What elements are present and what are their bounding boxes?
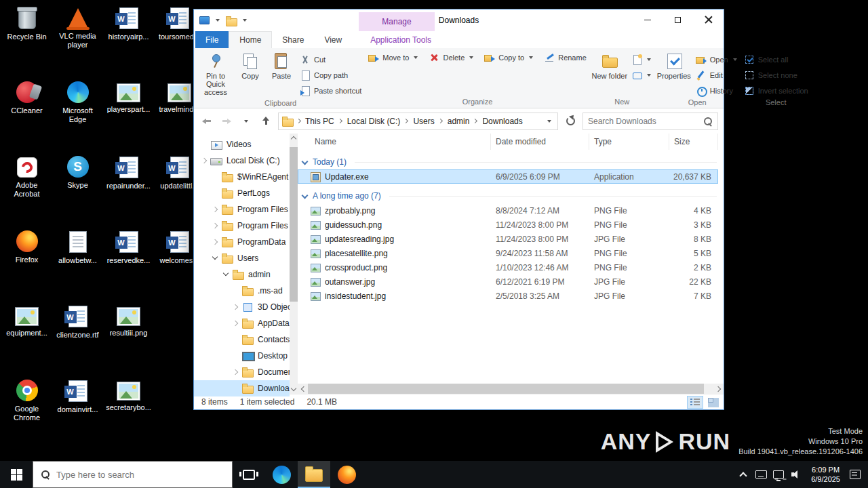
properties-button[interactable]: Properties	[655, 50, 693, 82]
column-header-size[interactable]: Size	[669, 134, 718, 150]
copy-path-button[interactable]: Copy path	[297, 68, 364, 82]
taskbar-search-input[interactable]	[56, 470, 224, 480]
desktop-icon[interactable]: reservedke...	[104, 230, 153, 305]
expander-icon[interactable]	[232, 352, 240, 360]
ribbon-tab[interactable]: Home	[229, 31, 272, 48]
file-row[interactable]: updatesreading.jpg 11/24/2023 8:00 PM JP…	[298, 232, 718, 246]
expander-icon[interactable]	[212, 238, 220, 246]
taskbar-edge-button[interactable]	[265, 461, 298, 488]
desktop-icon[interactable]: Google Chrome	[3, 380, 52, 454]
nav-item[interactable]: Program Files	[194, 218, 290, 234]
select-none-button[interactable]: Select none	[741, 68, 811, 82]
scroll-right-icon[interactable]	[713, 384, 724, 394]
nav-item[interactable]: Program Files	[194, 201, 290, 218]
scroll-thumb[interactable]	[290, 147, 298, 302]
address-bar[interactable]: This PC Local Disk (C:) Users admin Down…	[278, 113, 558, 130]
easy-access-button[interactable]	[629, 68, 654, 82]
file-row[interactable]: outanswer.jpg 6/12/2021 6:19 PM JPG File…	[298, 274, 718, 289]
refresh-button[interactable]	[563, 113, 578, 129]
breadcrumb-item[interactable]: Users	[412, 113, 446, 129]
scroll-down-icon[interactable]	[290, 384, 298, 394]
paste-button[interactable]: Paste	[266, 50, 297, 82]
desktop-icon[interactable]: Adobe Acrobat	[3, 156, 52, 230]
desktop-icon[interactable]: clientzone.rtf	[54, 305, 102, 380]
taskbar-explorer-button[interactable]	[298, 461, 330, 488]
cut-button[interactable]: Cut	[297, 52, 364, 66]
forward-button[interactable]	[219, 113, 234, 129]
nav-item[interactable]: Users	[194, 250, 290, 266]
large-icons-view-button[interactable]	[705, 396, 721, 409]
details-view-button[interactable]	[687, 396, 703, 409]
desktop-icon[interactable]: resultiii.png	[104, 305, 153, 380]
group-header[interactable]: A long time ago (7)	[298, 188, 724, 203]
close-button[interactable]	[693, 9, 724, 30]
pin-to-quick-access-button[interactable]: Pin to Quick access	[197, 50, 235, 98]
chevron-down-icon[interactable]	[216, 19, 220, 22]
move-to-button[interactable]: Move to	[366, 50, 420, 64]
delete-button[interactable]: Delete	[426, 50, 476, 64]
nav-item[interactable]: .ms-ad	[194, 283, 290, 299]
expander-icon[interactable]	[222, 270, 231, 279]
breadcrumb-item[interactable]: admin	[447, 113, 482, 129]
taskbar-clock[interactable]: 6:09 PM 6/9/2025	[805, 465, 846, 484]
column-header-date[interactable]: Date modified	[491, 134, 589, 150]
expander-icon[interactable]	[212, 222, 220, 230]
nav-item[interactable]: admin	[194, 266, 290, 283]
scroll-thumb[interactable]	[308, 384, 704, 394]
expander-icon[interactable]	[232, 303, 240, 311]
desktop-icon[interactable]: Microsoft Edge	[54, 81, 102, 156]
nav-item[interactable]: ProgramData	[194, 234, 290, 250]
file-row[interactable]: guidessuch.png 11/24/2023 8:00 PM PNG Fi…	[298, 218, 718, 232]
ribbon-tab[interactable]: Share	[272, 31, 314, 48]
file-row[interactable]: placesatellite.png 9/24/2023 11:58 AM PN…	[298, 246, 718, 260]
edit-button[interactable]: Edit	[693, 68, 740, 82]
column-header-type[interactable]: Type	[589, 134, 669, 150]
nav-item[interactable]: Local Disk (C:)	[194, 152, 290, 169]
start-button[interactable]	[0, 461, 33, 488]
volume-button[interactable]	[787, 461, 805, 488]
rename-button[interactable]: Rename	[541, 50, 589, 64]
nav-item[interactable]: Videos	[194, 136, 290, 152]
desktop-icon[interactable]: CCleaner	[3, 81, 52, 156]
network-button[interactable]	[770, 461, 787, 488]
chevron-down-icon[interactable]	[301, 192, 309, 200]
minimize-button[interactable]	[632, 9, 663, 30]
maximize-button[interactable]	[663, 9, 693, 30]
desktop-icon[interactable]: repairunder...	[104, 156, 153, 230]
desktop-icon[interactable]: domainvirt...	[54, 380, 102, 454]
nav-item[interactable]: AppData	[194, 315, 290, 331]
paste-shortcut-button[interactable]: Paste shortcut	[297, 83, 364, 98]
breadcrumb-item[interactable]: This PC	[304, 113, 347, 129]
nav-item[interactable]: Downloads	[194, 380, 290, 396]
expander-icon[interactable]	[232, 384, 240, 392]
ribbon-tab[interactable]: File	[195, 31, 229, 48]
group-header[interactable]: Today (1)	[298, 155, 724, 169]
action-center-button[interactable]	[846, 461, 864, 488]
expander-icon[interactable]	[212, 173, 220, 181]
new-folder-button[interactable]: New folder	[591, 50, 629, 82]
breadcrumb-item[interactable]: Downloads	[481, 113, 523, 129]
expander-icon[interactable]	[232, 287, 240, 295]
touch-keyboard-button[interactable]	[752, 461, 770, 488]
file-row[interactable]: insidestudent.jpg 2/5/2018 3:25 AM JPG F…	[298, 289, 718, 303]
expander-icon[interactable]	[201, 157, 209, 165]
taskbar-firefox-button[interactable]	[330, 461, 363, 488]
nav-item[interactable]: Documents	[194, 364, 290, 380]
desktop-icon[interactable]: secretarybo...	[104, 380, 153, 454]
nav-item[interactable]: PerfLogs	[194, 185, 290, 201]
nav-item[interactable]: 3D Objects	[194, 299, 290, 315]
expander-icon[interactable]	[232, 368, 240, 376]
select-all-button[interactable]: Select all	[741, 52, 811, 66]
chevron-down-icon[interactable]	[301, 159, 309, 166]
ribbon-tab[interactable]: Application Tools	[364, 31, 437, 48]
back-button[interactable]	[199, 113, 214, 129]
taskbar-search-box[interactable]	[33, 461, 233, 488]
column-header-name[interactable]: Name	[310, 134, 491, 150]
desktop-icon[interactable]: Skype	[54, 156, 102, 230]
hidden-icons-button[interactable]	[734, 461, 752, 488]
desktop-icon[interactable]: historyairp...	[104, 7, 153, 81]
expander-icon[interactable]	[212, 189, 220, 197]
expander-icon[interactable]	[232, 336, 240, 344]
qat-customize-icon[interactable]	[243, 19, 247, 22]
open-button[interactable]: Open	[693, 52, 740, 66]
